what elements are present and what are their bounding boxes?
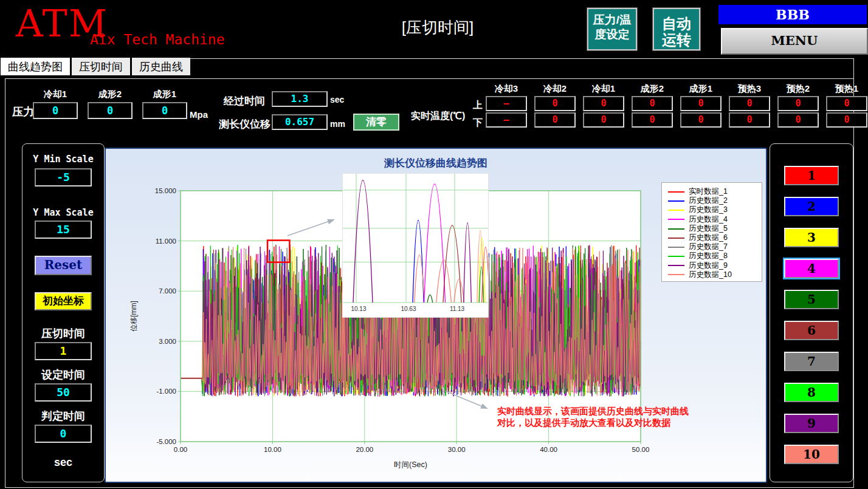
frame-line-bottom	[5, 487, 854, 488]
legend-label: 历史数据_10	[689, 270, 732, 279]
legend-item: 历史数据_8	[668, 251, 759, 260]
curve-select-button-5[interactable]: 5	[784, 290, 839, 309]
temp-upper-value: 0	[826, 96, 867, 111]
status-banner: BBB	[718, 5, 867, 24]
length-gauge-displacement-value: 0.657	[272, 114, 328, 130]
legend-swatch	[668, 210, 684, 211]
legend-swatch	[668, 191, 684, 193]
legend-item: 历史数据_2	[668, 196, 759, 205]
tab-1[interactable]: 曲线趋势图	[1, 58, 70, 75]
temp-upper-value: 0	[583, 96, 624, 111]
curve-select-button-1[interactable]: 1	[784, 166, 839, 185]
svg-text:3.000: 3.000	[159, 338, 176, 345]
time-setting-label: 设定时间	[22, 368, 104, 382]
seconds-unit-label: sec	[22, 456, 104, 469]
time-setting-input[interactable]: 0	[35, 425, 92, 443]
temp-column-name: 成形1	[677, 83, 725, 95]
svg-text:11.13: 11.13	[450, 306, 465, 312]
pressure-temp-settings-button[interactable]: 压力/温 度设定	[587, 8, 637, 50]
svg-text:30.00: 30.00	[448, 446, 466, 453]
time-setting-input[interactable]: 1	[35, 342, 92, 360]
curve-select-button-8[interactable]: 8	[784, 383, 839, 402]
svg-text:0.00: 0.00	[174, 446, 187, 453]
legend-item: 历史数据_5	[668, 224, 759, 233]
legend-swatch	[668, 247, 684, 248]
legend-swatch	[668, 219, 684, 220]
svg-text:50.00: 50.00	[632, 446, 650, 453]
elapsed-time-value: 1.3	[272, 91, 328, 107]
displacement-unit: mm	[330, 119, 345, 129]
length-gauge-displacement-label: 测长仪位移	[219, 117, 270, 131]
temp-column: 冷却3——	[482, 83, 531, 128]
curve-select-button-9[interactable]: 9	[784, 414, 839, 433]
pressure-channel: 成形10	[137, 89, 192, 119]
zoom-inset-panel: 10.1310.6311.13	[342, 173, 489, 318]
legend-label: 历史数据_5	[689, 224, 728, 233]
trend-chart-panel: 测长仪位移曲线趋势图 15.00011.0007.0003.000-1.000-…	[105, 148, 767, 483]
svg-text:10.00: 10.00	[264, 446, 281, 453]
legend-label: 历史数据_6	[689, 233, 728, 242]
clear-to-zero-button[interactable]: 清零	[353, 114, 399, 131]
tab-2[interactable]: 压切时间	[72, 58, 130, 75]
temp-lower-value: 0	[777, 112, 819, 128]
temp-lower-value: 0	[534, 112, 576, 128]
svg-text:11.000: 11.000	[156, 238, 176, 245]
temp-upper-value: 0	[729, 96, 770, 111]
pressure-channel-name: 成形1	[137, 89, 192, 101]
curve-select-button-3[interactable]: 3	[784, 228, 839, 247]
legend-label: 历史数据_8	[689, 252, 728, 261]
temp-lower-value: —	[486, 112, 527, 128]
temp-upper-value: —	[486, 96, 527, 111]
legend-item: 历史数据_7	[668, 242, 759, 251]
y-max-scale-input[interactable]: 15	[35, 221, 92, 239]
legend-swatch	[668, 228, 684, 230]
legend-swatch	[668, 200, 684, 202]
temp-row-upper-label: 上	[473, 99, 483, 112]
tab-3[interactable]: 历史曲线	[132, 58, 190, 75]
temp-lower-value: 0	[632, 112, 673, 128]
curve-select-button-7[interactable]: 7	[784, 352, 839, 371]
temp-column: 成形200	[628, 83, 677, 128]
y-min-scale-label: Y Min Scale	[22, 154, 104, 165]
initial-coordinates-button[interactable]: 初始坐标	[35, 292, 92, 310]
temp-row-lower-label: 下	[473, 117, 483, 129]
realtime-temperature-label: 实时温度(℃)	[411, 110, 465, 123]
legend-item: 历史数据_9	[668, 261, 759, 270]
temp-lower-value: 0	[680, 112, 722, 128]
legend-item: 历史数据_10	[668, 270, 759, 279]
temp-upper-value: 0	[777, 96, 819, 111]
temp-column-name: 冷却3	[482, 83, 531, 95]
temp-column-name: 冷却1	[579, 83, 628, 95]
frame-line-left	[5, 78, 5, 487]
svg-text:-5.000: -5.000	[156, 438, 176, 445]
pressure-channel-value: 0	[142, 102, 187, 119]
curve-select-panel: 12345678910	[770, 143, 853, 482]
y-max-scale-label: Y Max Scale	[22, 207, 104, 218]
auto-run-button[interactable]: 自动 运转	[653, 8, 700, 50]
temp-lower-value: 0	[583, 112, 624, 128]
zoom-inset-chart: 10.1310.6311.13	[343, 174, 488, 317]
temp-column-name: 预热3	[725, 83, 774, 95]
curve-select-button-10[interactable]: 10	[784, 445, 839, 464]
svg-text:位移[mm]: 位移[mm]	[129, 301, 138, 332]
svg-text:40.00: 40.00	[540, 446, 557, 453]
y-min-scale-input[interactable]: -5	[35, 168, 92, 186]
legend-label: 历史数据_3	[689, 206, 728, 214]
svg-text:10.63: 10.63	[401, 306, 416, 312]
temp-column: 成形100	[677, 83, 725, 128]
curve-select-button-4[interactable]: 4	[784, 259, 839, 278]
legend-swatch	[668, 238, 684, 239]
time-setting-label: 压切时间	[22, 326, 104, 341]
legend-swatch	[668, 256, 684, 257]
temp-column: 预热200	[774, 83, 822, 128]
temp-upper-value: 0	[632, 96, 673, 111]
legend-swatch	[668, 274, 684, 275]
curve-select-button-2[interactable]: 2	[784, 197, 839, 216]
time-setting-label: 判定时间	[22, 409, 104, 423]
menu-button[interactable]: MENU	[721, 28, 868, 55]
time-setting-input[interactable]: 50	[35, 383, 92, 402]
temp-column: 冷却200	[531, 83, 579, 128]
curve-select-button-6[interactable]: 6	[784, 321, 839, 340]
temp-column-name: 预热2	[774, 83, 822, 95]
reset-button[interactable]: Reset	[35, 256, 92, 275]
